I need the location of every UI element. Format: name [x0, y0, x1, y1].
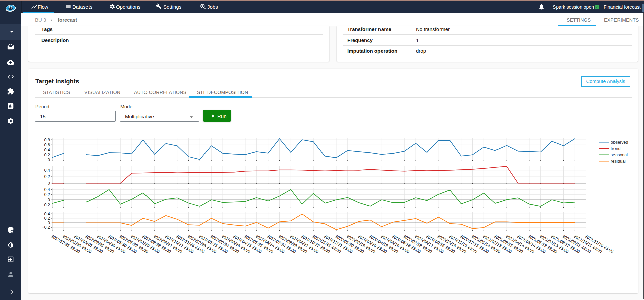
svg-text:0.4: 0.4: [44, 148, 50, 152]
svg-text:residual: residual: [611, 159, 626, 164]
svg-text:0.2: 0.2: [44, 192, 50, 197]
svg-text:0.4: 0.4: [44, 168, 50, 173]
svg-text:0: 0: [48, 221, 50, 225]
svg-text:0.6: 0.6: [44, 143, 50, 147]
svg-text:0.4: 0.4: [44, 187, 50, 192]
svg-text:0: 0: [48, 198, 50, 202]
svg-text:0: 0: [48, 181, 50, 186]
svg-text:0.2: 0.2: [44, 153, 50, 157]
svg-text:0.4: 0.4: [44, 212, 50, 216]
svg-text:−0.2: −0.2: [42, 225, 50, 230]
svg-text:0.2: 0.2: [44, 174, 50, 179]
svg-text:0.8: 0.8: [44, 138, 50, 142]
svg-text:seasonal: seasonal: [611, 153, 628, 157]
svg-text:0: 0: [48, 158, 50, 162]
svg-text:−0.2: −0.2: [42, 203, 50, 207]
svg-text:trend: trend: [611, 146, 621, 151]
svg-text:observed: observed: [611, 140, 628, 145]
svg-text:0.2: 0.2: [44, 216, 50, 221]
